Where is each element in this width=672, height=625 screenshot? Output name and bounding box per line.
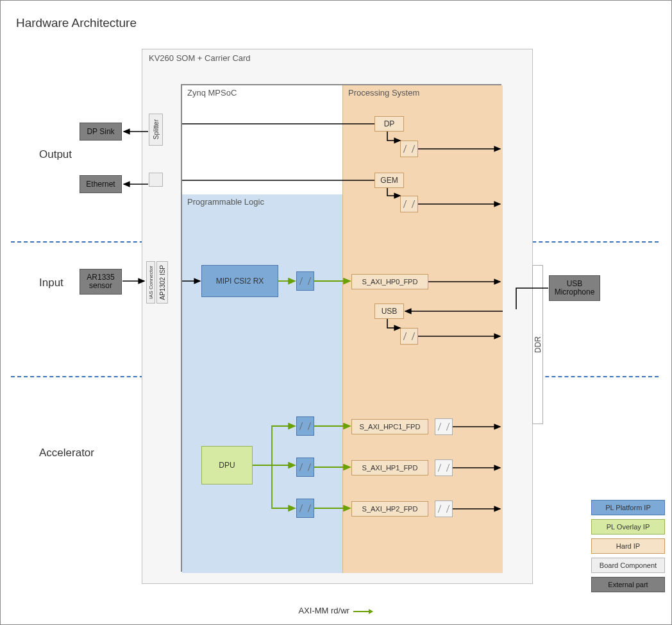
- legend-pl-overlay: PL Overlay IP: [591, 519, 665, 535]
- ext-ar1335: AR1335 sensor: [80, 269, 122, 295]
- ext-dp-sink: DP Sink: [80, 123, 122, 141]
- interconnect-icon: [296, 499, 314, 518]
- pl-label: Programmable Logic: [187, 197, 264, 207]
- interconnect-icon: [400, 196, 418, 212]
- interconnect-icon: [296, 458, 314, 477]
- board-splitter-label: Splitter: [153, 119, 160, 139]
- section-input-label: Input: [39, 277, 63, 289]
- page-title: Hardware Architecture: [16, 16, 137, 30]
- board-ias: IAS Connector: [146, 261, 155, 304]
- hardip-dp: DP: [374, 116, 404, 132]
- interconnect-icon: [296, 416, 314, 436]
- programmable-logic: Programmable Logic: [182, 194, 342, 573]
- interconnect-icon: [400, 328, 418, 345]
- mpsoc-label: Zynq MPSoC: [187, 88, 237, 98]
- interconnect-icon: [435, 501, 453, 517]
- section-output-label: Output: [39, 148, 72, 161]
- legend-board: Board Component: [591, 558, 665, 573]
- footer-label: AXI-MM rd/wr: [1, 606, 671, 615]
- interconnect-icon: [400, 141, 418, 157]
- zynq-mpsoc: Zynq MPSoC Processing System Programmabl…: [181, 84, 501, 572]
- legend: PL Platform IP PL Overlay IP Hard IP Boa…: [591, 500, 665, 596]
- board-eth-connector-icon: [149, 173, 163, 187]
- processing-system: Processing System: [342, 85, 503, 573]
- hardip-hpc1: S_AXI_HPC1_FPD: [351, 419, 428, 434]
- hardip-hp2: S_AXI_HP2_FPD: [351, 501, 428, 517]
- legend-external: External part: [591, 577, 665, 592]
- som-card: KV260 SOM + Carrier Card Splitter IAS Co…: [142, 49, 533, 584]
- footer-text: AXI-MM rd/wr: [298, 606, 349, 615]
- board-isp-label: AP1302 ISP: [159, 265, 166, 300]
- hardip-hp0: S_AXI_HP0_FPD: [351, 274, 428, 289]
- board-ias-label: IAS Connector: [148, 266, 154, 299]
- ext-ethernet: Ethernet: [80, 175, 122, 193]
- hardip-hp1: S_AXI_HP1_FPD: [351, 460, 428, 475]
- overlayip-dpu: DPU: [201, 446, 253, 484]
- hardip-usb: USB: [374, 304, 404, 319]
- board-isp: AP1302 ISP: [156, 261, 168, 304]
- ps-label: Processing System: [348, 88, 419, 98]
- section-accelerator-label: Accelerator: [39, 447, 94, 459]
- diagram-page: Hardware Architecture Output Input Accel…: [0, 0, 672, 625]
- ddr-label: DDR: [533, 336, 542, 353]
- platip-mipi: MIPI CSI2 RX: [201, 265, 278, 297]
- som-label: KV260 SOM + Carrier Card: [149, 53, 251, 63]
- legend-hard-ip: Hard IP: [591, 538, 665, 554]
- interconnect-icon: [296, 271, 314, 291]
- ext-usb-mic: USB Microphone: [549, 275, 600, 301]
- ddr-block: DDR: [532, 265, 543, 424]
- hardip-gem: GEM: [374, 173, 404, 188]
- interconnect-icon: [435, 459, 453, 476]
- legend-pl-platform: PL Platform IP: [591, 500, 665, 515]
- arrow-green-icon: [352, 608, 374, 615]
- interconnect-icon: [435, 418, 453, 435]
- board-splitter: Splitter: [149, 114, 163, 146]
